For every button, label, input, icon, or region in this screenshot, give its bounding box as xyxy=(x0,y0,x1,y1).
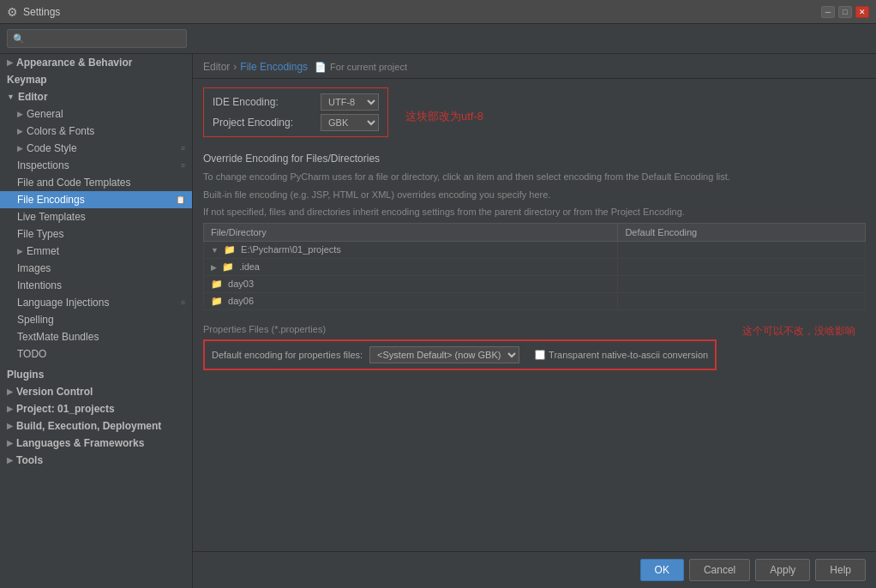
sidebar-item-language-injections[interactable]: Language Injections ≡ xyxy=(0,294,192,311)
arrow-icon: ▶ xyxy=(17,144,23,153)
breadcrumb-editor: Editor xyxy=(203,61,230,73)
arrow-icon: ▶ xyxy=(17,127,23,135)
sidebar-item-languages[interactable]: ▶ Languages & Frameworks xyxy=(0,435,192,452)
folder-icon: 📁 xyxy=(222,261,234,272)
ide-encoding-select[interactable]: UTF-8 GBK UTF-16 xyxy=(321,93,379,111)
col-file-directory: File/Directory xyxy=(204,223,618,241)
sidebar-item-inspections[interactable]: Inspections ≡ xyxy=(0,157,192,174)
arrow-icon: ▶ xyxy=(7,456,13,465)
arrow-icon: ▶ xyxy=(7,422,13,430)
arrow-icon: ▶ xyxy=(7,405,13,413)
properties-encoding-select[interactable]: <System Default> (now GBK) UTF-8 xyxy=(369,346,519,363)
search-input[interactable] xyxy=(7,29,187,48)
title-bar-text: Settings xyxy=(23,6,821,18)
folder-icon: 📁 xyxy=(211,296,223,306)
table-row[interactable]: ▶ 📁 .idea xyxy=(204,258,866,275)
content-area: ▶ Appearance & Behavior Keymap ▼ Editor … xyxy=(0,54,876,588)
folder-icon: 📁 xyxy=(211,279,223,289)
encoding-cell xyxy=(618,275,866,292)
main-container: ▶ Appearance & Behavior Keymap ▼ Editor … xyxy=(0,24,876,588)
breadcrumb: Editor › File Encodings 📄 For current pr… xyxy=(193,54,876,79)
encoding-cell xyxy=(618,241,866,258)
file-cell: ▶ 📁 .idea xyxy=(204,258,618,275)
expand-arrow-icon: ▶ xyxy=(211,263,217,272)
file-cell: ▼ 📁 E:\Pycharm\01_projects xyxy=(204,241,618,258)
ide-encoding-row: IDE Encoding: UTF-8 GBK UTF-16 xyxy=(213,93,379,111)
sidebar-item-images[interactable]: Images xyxy=(0,260,192,277)
breadcrumb-file-encodings: File Encodings xyxy=(240,61,308,73)
override-section-title: Override Encoding for Files/Directories xyxy=(203,153,866,165)
cancel-button[interactable]: Cancel xyxy=(689,559,750,581)
arrow-icon: ▶ xyxy=(7,58,13,67)
sidebar: ▶ Appearance & Behavior Keymap ▼ Editor … xyxy=(0,54,193,588)
bottom-bar: OK Cancel Apply Help xyxy=(193,551,876,588)
expand-arrow-icon: ▼ xyxy=(211,246,219,255)
sidebar-item-code-style[interactable]: ▶ Code Style ≡ xyxy=(0,140,192,157)
file-cell: 📁 day03 xyxy=(204,275,618,292)
project-encoding-row: Project Encoding: GBK UTF-8 UTF-16 xyxy=(213,114,379,131)
properties-row: Default encoding for properties files: <… xyxy=(212,346,708,363)
apply-button[interactable]: Apply xyxy=(755,559,810,581)
sidebar-item-textmate[interactable]: TextMate Bundles xyxy=(0,328,192,345)
maximize-button[interactable]: □ xyxy=(838,6,852,18)
sidebar-item-file-code-templates[interactable]: File and Code Templates xyxy=(0,174,192,191)
settings-content: IDE Encoding: UTF-8 GBK UTF-16 Project E… xyxy=(193,79,876,551)
encoding-cell xyxy=(618,292,866,309)
sidebar-item-file-types[interactable]: File Types xyxy=(0,225,192,243)
ok-button[interactable]: OK xyxy=(640,559,684,581)
close-button[interactable]: ✕ xyxy=(855,6,869,18)
sidebar-item-editor[interactable]: ▼ Editor xyxy=(0,88,192,105)
encoding-annotation: 这块部改为utf-8 xyxy=(405,109,483,124)
file-table: File/Directory Default Encoding ▼ 📁 E:\P… xyxy=(203,223,866,310)
search-bar xyxy=(0,24,876,54)
arrow-icon: ▶ xyxy=(17,247,23,255)
sidebar-item-live-templates[interactable]: Live Templates xyxy=(0,208,192,225)
properties-box: Default encoding for properties files: <… xyxy=(203,339,717,370)
arrow-icon: ▶ xyxy=(17,110,23,118)
table-row[interactable]: 📁 day06 xyxy=(204,292,866,309)
sidebar-item-keymap[interactable]: Keymap xyxy=(0,71,192,88)
sidebar-item-project[interactable]: ▶ Project: 01_projects xyxy=(0,400,192,417)
sidebar-item-plugins[interactable]: Plugins xyxy=(0,366,192,383)
properties-annotation: 这个可以不改，没啥影响 xyxy=(742,324,855,339)
override-desc1: To change encoding PyCharm uses for a fi… xyxy=(203,170,866,184)
folder-icon: 📁 xyxy=(224,244,236,255)
help-button[interactable]: Help xyxy=(815,559,866,581)
encoding-box: IDE Encoding: UTF-8 GBK UTF-16 Project E… xyxy=(203,87,388,137)
encoding-cell xyxy=(618,258,866,275)
sidebar-item-todo[interactable]: TODO xyxy=(0,345,192,363)
properties-label: Default encoding for properties files: xyxy=(212,350,363,360)
transparent-conversion-row: Transparent native-to-ascii conversion xyxy=(535,350,708,360)
breadcrumb-icon: 📄 xyxy=(315,62,327,73)
title-bar-icon: ⚙ xyxy=(7,5,18,19)
sidebar-item-file-encodings[interactable]: File Encodings 📋 xyxy=(0,191,192,208)
breadcrumb-separator: › xyxy=(233,61,237,73)
override-desc3: If not specified, files and directories … xyxy=(203,205,866,219)
sidebar-item-version-control[interactable]: ▶ Version Control xyxy=(0,383,192,400)
project-tag: For current project xyxy=(330,62,407,72)
properties-title: Properties Files (*.properties) xyxy=(203,324,717,334)
sidebar-item-colors-fonts[interactable]: ▶ Colors & Fonts xyxy=(0,123,192,140)
right-panel: Editor › File Encodings 📄 For current pr… xyxy=(193,54,876,588)
table-row[interactable]: ▼ 📁 E:\Pycharm\01_projects xyxy=(204,241,866,258)
sidebar-item-general[interactable]: ▶ General xyxy=(0,105,192,123)
table-row[interactable]: 📁 day03 xyxy=(204,275,866,292)
project-encoding-select[interactable]: GBK UTF-8 UTF-16 xyxy=(321,114,379,131)
file-cell: 📁 day06 xyxy=(204,292,618,309)
sidebar-item-tools[interactable]: ▶ Tools xyxy=(0,452,192,469)
col-default-encoding: Default Encoding xyxy=(618,223,866,241)
sidebar-item-build[interactable]: ▶ Build, Execution, Deployment xyxy=(0,417,192,435)
arrow-icon: ▼ xyxy=(7,93,15,101)
transparent-conversion-checkbox[interactable] xyxy=(535,350,545,360)
title-bar: ⚙ Settings ─ □ ✕ xyxy=(0,0,876,24)
project-encoding-label: Project Encoding: xyxy=(213,117,315,129)
arrow-icon: ▶ xyxy=(7,439,13,447)
sidebar-item-emmet[interactable]: ▶ Emmet xyxy=(0,243,192,260)
override-desc2: Built-in file encoding (e.g. JSP, HTML o… xyxy=(203,188,866,202)
ide-encoding-label: IDE Encoding: xyxy=(213,96,315,108)
minimize-button[interactable]: ─ xyxy=(821,6,835,18)
sidebar-item-intentions[interactable]: Intentions xyxy=(0,277,192,294)
transparent-conversion-label: Transparent native-to-ascii conversion xyxy=(549,350,708,360)
sidebar-item-appearance[interactable]: ▶ Appearance & Behavior xyxy=(0,54,192,71)
sidebar-item-spelling[interactable]: Spelling xyxy=(0,311,192,328)
